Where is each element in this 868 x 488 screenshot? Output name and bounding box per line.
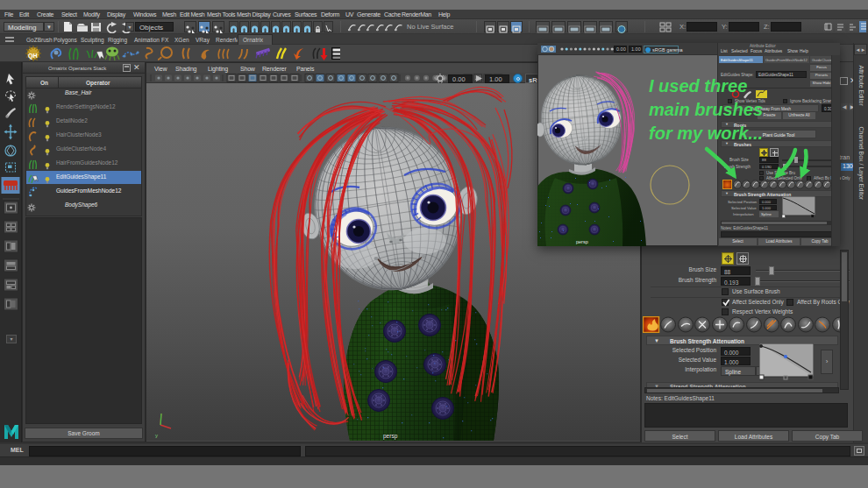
- svg-text:QH: QH: [28, 53, 38, 60]
- svg-text:persp: persp: [576, 239, 588, 244]
- svg-text:y: y: [155, 433, 158, 438]
